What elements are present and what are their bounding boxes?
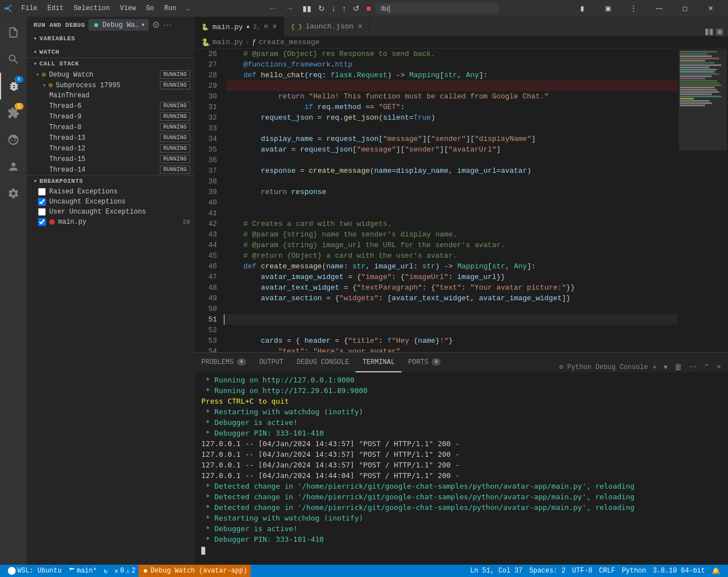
stack-running-badge: RUNNING: [160, 144, 190, 153]
menu-edit[interactable]: Edit: [43, 3, 68, 13]
new-terminal-button[interactable]: +: [650, 361, 659, 372]
tab-launch-json[interactable]: { } launch.json ×: [284, 17, 370, 36]
sb-position[interactable]: Ln 51, Col 37: [467, 565, 526, 577]
split-editor-action[interactable]: ▮▮: [705, 26, 713, 36]
stack-thread14[interactable]: Thread-14 RUNNING: [27, 164, 195, 175]
bp-user-uncaught[interactable]: User Uncaught Exceptions: [27, 207, 195, 217]
stack-thread9[interactable]: Thread-9 RUNNING: [27, 111, 195, 122]
step-over-button[interactable]: ↻: [315, 3, 328, 14]
menu-view[interactable]: View: [115, 3, 140, 13]
menu-more[interactable]: …: [182, 3, 195, 13]
terminal-content[interactable]: * Running on http://127.0.0.1:9000 * Run…: [195, 372, 728, 565]
close-button[interactable]: ✕: [698, 0, 724, 17]
activity-explorer[interactable]: [0, 19, 27, 46]
editor-layout-action[interactable]: ▣: [716, 26, 724, 36]
step-into-button[interactable]: ↓: [329, 3, 338, 14]
nav-buttons[interactable]: ← →: [265, 2, 297, 15]
activity-settings[interactable]: [0, 180, 27, 207]
stack-thread12[interactable]: Thread-12 RUNNING: [27, 143, 195, 154]
panel-maximize-button[interactable]: ⌃: [701, 361, 712, 372]
tab-main-close[interactable]: ×: [272, 22, 277, 31]
variables-section-header[interactable]: ▾ VARIABLES: [27, 33, 195, 44]
stack-subprocess[interactable]: ▾ ⚙ Subprocess 17995 RUNNING: [27, 80, 195, 91]
activity-accounts[interactable]: [0, 153, 27, 180]
panel-tab-terminal[interactable]: TERMINAL: [356, 353, 401, 372]
sb-notifications[interactable]: 🔔: [708, 565, 724, 577]
tab-launch-close[interactable]: ×: [358, 22, 362, 31]
sb-debug-session[interactable]: Debug Watch (avatar-app): [139, 565, 250, 577]
terminal-more-button[interactable]: ⋯: [687, 361, 699, 372]
restart-button[interactable]: ↺: [350, 3, 362, 14]
panel-tab-problems[interactable]: PROBLEMS 4: [195, 353, 253, 372]
debug-settings-button[interactable]: ⚙: [152, 20, 160, 30]
debug-more-button[interactable]: ⋯: [163, 20, 172, 30]
stack-thread8[interactable]: Thread-8 RUNNING: [27, 122, 195, 133]
code-line-47: avatar_image_widget = {"image": {"imageU…: [226, 272, 678, 282]
panel-tab-output[interactable]: OUTPUT: [253, 353, 290, 372]
breadcrumb-symbol[interactable]: create_message: [258, 38, 319, 46]
sb-sync[interactable]: ↻: [100, 565, 111, 577]
menu-go[interactable]: Go: [141, 3, 158, 13]
panel-tab-debug-console[interactable]: DEBUG CONSOLE: [290, 353, 356, 372]
split-editor-button[interactable]: ▮: [569, 0, 595, 17]
bp-uncaught-checkbox[interactable]: [38, 198, 46, 206]
breadcrumb-file[interactable]: main.py: [212, 38, 243, 46]
stop-button[interactable]: ■: [363, 3, 374, 14]
tab-main-py-label: main.py: [212, 23, 243, 31]
bp-user-uncaught-checkbox[interactable]: [38, 208, 46, 216]
bp-raised-checkbox[interactable]: [38, 188, 46, 196]
debug-config-button[interactable]: Debug Wa… ▾: [88, 19, 149, 31]
sb-language[interactable]: Python: [618, 565, 649, 577]
search-input[interactable]: [376, 3, 499, 14]
bp-main-py[interactable]: main.py 29: [27, 217, 195, 227]
back-button[interactable]: ←: [265, 2, 281, 15]
activity-debug[interactable]: 6: [0, 73, 27, 100]
menu-selection[interactable]: Selection: [69, 3, 115, 13]
sb-wsl[interactable]: WSL: Ubuntu: [4, 565, 65, 577]
menu-file[interactable]: File: [17, 3, 42, 13]
bp-raised-exceptions[interactable]: Raised Exceptions: [27, 187, 195, 197]
panel-tab-ports[interactable]: PORTS 4: [401, 353, 447, 372]
debug-controls[interactable]: ▮▮ ↻ ↓ ↑ ↺ ■: [300, 3, 374, 14]
pause-button[interactable]: ▮▮: [300, 3, 314, 14]
stack-thread13[interactable]: Thread-13 RUNNING: [27, 133, 195, 143]
minimap[interactable]: [678, 49, 728, 352]
call-stack-header[interactable]: ▾ CALL STACK: [27, 58, 195, 69]
layout-button[interactable]: ▣: [595, 0, 621, 17]
maximize-button[interactable]: ◻: [672, 0, 698, 17]
tab-main-py[interactable]: 🐍 main.py ● 2, M ×: [195, 17, 284, 36]
forward-button[interactable]: →: [282, 2, 297, 15]
watch-triangle: ▾: [34, 49, 37, 55]
sb-eol[interactable]: CRLF: [595, 565, 618, 577]
stack-mainthread[interactable]: MainThread: [27, 91, 195, 101]
step-out-button[interactable]: ↑: [339, 3, 349, 14]
activity-search[interactable]: [0, 46, 27, 73]
bp-main-checkbox[interactable]: [38, 218, 46, 226]
customize-button[interactable]: ⋮: [621, 0, 646, 17]
sb-encoding[interactable]: UTF-8: [569, 565, 595, 577]
terminal-kill-button[interactable]: 🗑: [672, 361, 684, 372]
term-line-12: * Detected change in '/home/pierrick/git…: [201, 491, 721, 502]
sidebar: RUN AND DEBUG Debug Wa… ▾ ⚙ ⋯ ▾ VARIABLE…: [27, 17, 195, 565]
stack-thread15[interactable]: Thread-15 RUNNING: [27, 154, 195, 164]
sb-version[interactable]: 3.8.10 64-bit: [649, 565, 708, 577]
stack-debug-watch[interactable]: ▾ ⚙ Debug Watch RUNNING: [27, 69, 195, 80]
breakpoints-header[interactable]: ▾ BREAKPOINTS: [27, 176, 195, 187]
code-content[interactable]: # @param {Object} res Response to send b…: [221, 49, 678, 352]
sb-branch[interactable]: main*: [65, 565, 100, 577]
watch-section-header[interactable]: ▾ WATCH: [27, 46, 195, 58]
activity-remote[interactable]: [0, 126, 27, 153]
panel-close-button[interactable]: ×: [715, 361, 724, 372]
term-line-9: 127.0.0.1 -- [04/Jan/2024 14:43:57] "POS…: [201, 460, 721, 470]
minimize-button[interactable]: —: [646, 0, 672, 17]
menu-run[interactable]: Run: [160, 3, 181, 13]
terminal-label: TERMINAL: [362, 358, 395, 366]
menu-bar[interactable]: File Edit Selection View Go Run …: [17, 3, 195, 13]
terminal-split-button[interactable]: ▾: [661, 361, 670, 372]
sb-errors[interactable]: ✕ 0 ⚠ 2: [111, 565, 139, 577]
window-controls[interactable]: ▮ ▣ ⋮ — ◻ ✕: [569, 0, 724, 17]
activity-extensions[interactable]: 1: [0, 100, 27, 126]
bp-uncaught-exceptions[interactable]: Uncaught Exceptions: [27, 197, 195, 207]
stack-thread6[interactable]: Thread-6 RUNNING: [27, 101, 195, 111]
sb-spaces[interactable]: Spaces: 2: [526, 565, 569, 577]
